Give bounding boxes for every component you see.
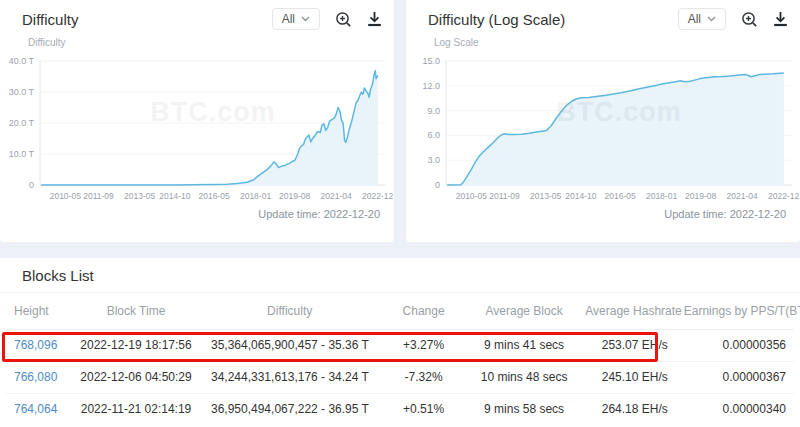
table-header-row: HeightBlock TimeDifficultyChangeAverage …	[6, 293, 794, 329]
zoom-in-button[interactable]	[741, 11, 758, 28]
download-icon	[367, 11, 382, 27]
block-height-link[interactable]: 766,080	[14, 370, 57, 384]
svg-text:9.0: 9.0	[427, 106, 440, 116]
zoom-in-button[interactable]	[335, 11, 352, 28]
difficulty-area-chart[interactable]: 40.0 T30.0 T20.0 T10.0 T0BTC.com2010-052…	[0, 49, 394, 207]
cell-block_time: 2022-12-19 18:17:56	[69, 329, 203, 361]
column-header-height: Height	[6, 293, 69, 329]
cell-height: 766,080	[6, 361, 69, 393]
svg-text:30.0 T: 30.0 T	[9, 87, 35, 97]
svg-text:BTC.com: BTC.com	[556, 97, 682, 127]
chart-title: Difficulty	[22, 11, 78, 28]
chart-controls: All	[272, 8, 382, 30]
zoom-in-icon	[335, 11, 352, 28]
svg-text:2014-10: 2014-10	[565, 191, 596, 201]
cell-difficulty: 34,244,331,613,176 - 34.24 T	[203, 361, 376, 393]
svg-text:2013-05: 2013-05	[530, 191, 561, 201]
y-axis-label: Difficulty	[28, 37, 394, 48]
table-row: 768,0962022-12-19 18:17:5635,364,065,900…	[6, 329, 794, 361]
charts-row: Difficulty All Difficulty 40.0 T30.0 T20…	[0, 0, 800, 242]
cell-average_hashrate: 245.10 EH/s	[577, 361, 676, 393]
cell-earnings: 0.00000367	[676, 361, 794, 393]
chart-header: Difficulty All	[0, 0, 394, 30]
svg-text:BTC.com: BTC.com	[150, 97, 276, 127]
blocks-list-title: Blocks List	[22, 267, 778, 284]
cell-change: -7.32%	[376, 361, 471, 393]
svg-text:2011-09: 2011-09	[83, 191, 114, 201]
cell-difficulty: 35,364,065,900,457 - 35.36 T	[203, 329, 376, 361]
svg-text:2018-01: 2018-01	[240, 191, 271, 201]
cell-height: 768,096	[6, 329, 69, 361]
svg-text:10.0 T: 10.0 T	[9, 149, 35, 159]
block-height-link[interactable]: 768,096	[14, 338, 57, 352]
cell-difficulty: 36,950,494,067,222 - 36.95 T	[203, 393, 376, 425]
table-row: 766,0802022-12-06 04:50:2934,244,331,613…	[6, 361, 794, 393]
column-header-difficulty: Difficulty	[203, 293, 376, 329]
chevron-down-icon	[707, 16, 716, 22]
chart-controls: All	[678, 8, 788, 30]
chevron-down-icon	[301, 16, 310, 22]
cell-change: +3.27%	[376, 329, 471, 361]
column-header-average_hashrate: Average Hashrate	[577, 293, 676, 329]
cell-average_block: 9 mins 58 secs	[471, 393, 577, 425]
svg-text:2019-08: 2019-08	[685, 191, 716, 201]
svg-text:2013-05: 2013-05	[124, 191, 155, 201]
svg-text:2019-08: 2019-08	[279, 191, 310, 201]
column-header-earnings: Earnings by PPS/T(BTC)	[676, 293, 794, 329]
zoom-in-icon	[741, 11, 758, 28]
chart-title: Difficulty (Log Scale)	[428, 11, 565, 28]
cell-average_hashrate: 264.18 EH/s	[577, 393, 676, 425]
svg-text:2022-12: 2022-12	[362, 191, 393, 201]
svg-text:2022-12: 2022-12	[768, 191, 799, 201]
svg-text:2016-05: 2016-05	[605, 191, 636, 201]
column-header-average_block: Average Block	[471, 293, 577, 329]
column-header-block_time: Block Time	[69, 293, 203, 329]
difficulty-log-area-chart[interactable]: 15.012.09.06.03.00BTC.com2010-052011-092…	[406, 49, 800, 207]
svg-text:12.0: 12.0	[422, 81, 440, 91]
blocks-list-header: Blocks List	[0, 258, 800, 293]
cell-average_block: 9 mins 41 secs	[471, 329, 577, 361]
cell-change: +0.51%	[376, 393, 471, 425]
svg-text:2010-05: 2010-05	[456, 191, 487, 201]
cell-earnings: 0.00000356	[676, 329, 794, 361]
download-button[interactable]	[773, 11, 788, 27]
block-height-link[interactable]: 764,064	[14, 402, 57, 416]
range-selector[interactable]: All	[272, 8, 320, 30]
cell-earnings: 0.00000340	[676, 393, 794, 425]
range-selector-value: All	[688, 12, 701, 26]
cell-height: 764,064	[6, 393, 69, 425]
svg-text:6.0: 6.0	[427, 130, 440, 140]
difficulty-log-chart-card: Difficulty (Log Scale) All Log Scale 15.…	[406, 0, 800, 242]
cell-block_time: 2022-11-21 02:14:19	[69, 393, 203, 425]
blocks-table: HeightBlock TimeDifficultyChangeAverage …	[6, 293, 794, 425]
svg-text:0: 0	[435, 180, 440, 190]
update-time: Update time: 2022-12-20	[0, 208, 394, 220]
table-row: 764,0642022-11-21 02:14:1936,950,494,067…	[6, 393, 794, 425]
svg-text:0: 0	[29, 180, 34, 190]
cell-average_block: 10 mins 48 secs	[471, 361, 577, 393]
svg-text:2010-05: 2010-05	[50, 191, 81, 201]
blocks-list-section: Blocks List HeightBlock TimeDifficultyCh…	[0, 258, 800, 427]
y-axis-label: Log Scale	[434, 37, 800, 48]
svg-text:2014-10: 2014-10	[159, 191, 190, 201]
svg-text:2018-01: 2018-01	[646, 191, 677, 201]
svg-text:2016-05: 2016-05	[199, 191, 230, 201]
range-selector[interactable]: All	[678, 8, 726, 30]
update-time: Update time: 2022-12-20	[406, 208, 800, 220]
download-icon	[773, 11, 788, 27]
svg-text:15.0: 15.0	[422, 56, 440, 66]
column-header-change: Change	[376, 293, 471, 329]
svg-text:3.0: 3.0	[427, 155, 440, 165]
cell-block_time: 2022-12-06 04:50:29	[69, 361, 203, 393]
download-button[interactable]	[367, 11, 382, 27]
difficulty-chart-card: Difficulty All Difficulty 40.0 T30.0 T20…	[0, 0, 394, 242]
svg-text:2011-09: 2011-09	[489, 191, 520, 201]
range-selector-value: All	[282, 12, 295, 26]
svg-text:2021-04: 2021-04	[321, 191, 352, 201]
svg-text:20.0 T: 20.0 T	[9, 118, 35, 128]
chart-header: Difficulty (Log Scale) All	[406, 0, 800, 30]
svg-text:40.0 T: 40.0 T	[9, 56, 35, 66]
cell-average_hashrate: 253.07 EH/s	[577, 329, 676, 361]
svg-text:2021-04: 2021-04	[727, 191, 758, 201]
